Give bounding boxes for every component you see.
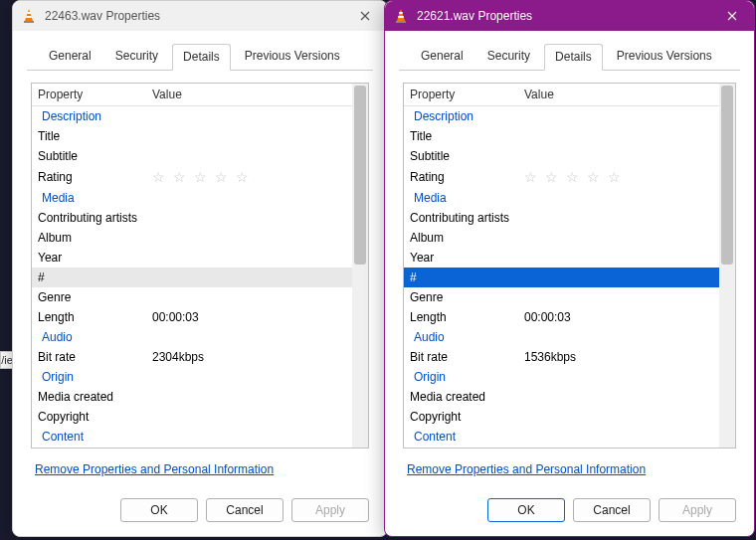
rating-stars-icon: ☆ ☆ ☆ ☆ ☆ — [518, 168, 719, 186]
prop-track-number[interactable]: # — [32, 268, 352, 287]
close-button[interactable] — [710, 1, 754, 31]
prop-genre[interactable]: Genre — [32, 287, 352, 307]
ok-button[interactable]: OK — [120, 498, 198, 522]
prop-contributing-artists[interactable]: Contributing artists — [404, 208, 719, 228]
close-button[interactable] — [343, 1, 387, 31]
prop-parental-rating[interactable]: Parental rating — [404, 447, 719, 448]
prop-rating[interactable]: Rating☆ ☆ ☆ ☆ ☆ — [32, 166, 352, 188]
cancel-button[interactable]: Cancel — [206, 498, 284, 522]
svg-rect-5 — [396, 21, 406, 23]
prop-title[interactable]: Title — [32, 126, 352, 146]
svg-rect-3 — [26, 16, 31, 18]
prop-media-created[interactable]: Media created — [32, 387, 352, 407]
vlc-icon — [21, 8, 37, 24]
svg-marker-4 — [397, 9, 405, 21]
tab-strip: General Security Details Previous Versio… — [399, 31, 740, 71]
section-media: Media — [404, 188, 719, 208]
prop-subtitle[interactable]: Subtitle — [404, 146, 719, 166]
section-media: Media — [32, 188, 352, 208]
header-value[interactable]: Value — [146, 84, 352, 105]
properties-dialog-left: 22463.wav Properties General Security De… — [12, 0, 388, 537]
prop-length[interactable]: Length00:00:03 — [32, 307, 352, 327]
prop-length[interactable]: Length00:00:03 — [404, 307, 719, 327]
dialog-buttons: OK Cancel Apply — [385, 490, 754, 536]
section-content: Content — [404, 427, 719, 447]
svg-rect-7 — [398, 16, 403, 18]
section-origin: Origin — [32, 367, 352, 387]
titlebar[interactable]: 22463.wav Properties — [13, 1, 387, 31]
prop-contributing-artists[interactable]: Contributing artists — [32, 208, 352, 228]
grid-header: Property Value — [404, 84, 719, 106]
prop-parental-rating[interactable]: Parental rating — [32, 447, 352, 448]
window-title: 22621.wav Properties — [417, 9, 710, 23]
scrollbar[interactable] — [719, 84, 735, 448]
remove-properties-link[interactable]: Remove Properties and Personal Informati… — [407, 462, 646, 476]
prop-rating[interactable]: Rating☆ ☆ ☆ ☆ ☆ — [404, 166, 719, 188]
prop-bitrate[interactable]: Bit rate1536kbps — [404, 347, 719, 367]
prop-subtitle[interactable]: Subtitle — [32, 146, 352, 166]
tab-strip: General Security Details Previous Versio… — [27, 31, 373, 71]
svg-rect-1 — [24, 21, 34, 23]
prop-media-created[interactable]: Media created — [404, 387, 719, 407]
rating-stars-icon: ☆ ☆ ☆ ☆ ☆ — [146, 168, 352, 186]
window-title: 22463.wav Properties — [45, 9, 343, 23]
prop-copyright[interactable]: Copyright — [404, 407, 719, 427]
titlebar[interactable]: 22621.wav Properties — [385, 1, 754, 31]
section-description: Description — [404, 106, 719, 126]
prop-copyright[interactable]: Copyright — [32, 407, 352, 427]
tab-previous-versions[interactable]: Previous Versions — [235, 44, 350, 71]
section-audio: Audio — [404, 327, 719, 347]
svg-rect-2 — [27, 12, 30, 14]
header-value[interactable]: Value — [518, 84, 719, 105]
prop-genre[interactable]: Genre — [404, 287, 719, 307]
scrollbar[interactable] — [352, 84, 368, 448]
properties-dialog-right: 22621.wav Properties General Security De… — [384, 0, 755, 537]
tab-general[interactable]: General — [411, 44, 473, 71]
prop-title[interactable]: Title — [404, 126, 719, 146]
tab-security[interactable]: Security — [477, 44, 540, 71]
close-icon — [727, 11, 737, 21]
prop-track-number[interactable]: # — [404, 268, 719, 287]
svg-marker-0 — [25, 9, 33, 21]
prop-bitrate[interactable]: Bit rate2304kbps — [32, 347, 352, 367]
section-origin: Origin — [404, 367, 719, 387]
ok-button[interactable]: OK — [487, 498, 565, 522]
cancel-button[interactable]: Cancel — [573, 498, 651, 522]
dialog-buttons: OK Cancel Apply — [13, 490, 387, 536]
tab-security[interactable]: Security — [105, 44, 168, 71]
properties-grid[interactable]: Property Value Description Title Subtitl… — [403, 83, 736, 449]
tab-general[interactable]: General — [39, 44, 101, 71]
prop-album[interactable]: Album — [32, 228, 352, 248]
section-audio: Audio — [32, 327, 352, 347]
properties-grid[interactable]: Property Value Description Title Subtitl… — [31, 83, 369, 449]
apply-button[interactable]: Apply — [659, 498, 736, 522]
prop-year[interactable]: Year — [404, 248, 719, 268]
section-content: Content — [32, 427, 352, 447]
grid-header: Property Value — [32, 84, 352, 106]
prop-year[interactable]: Year — [32, 248, 352, 268]
close-icon — [360, 11, 370, 21]
remove-properties-link[interactable]: Remove Properties and Personal Informati… — [35, 462, 274, 476]
header-property[interactable]: Property — [32, 84, 146, 105]
tab-details[interactable]: Details — [544, 44, 603, 71]
section-description: Description — [32, 106, 352, 126]
prop-album[interactable]: Album — [404, 228, 719, 248]
vlc-icon — [393, 8, 409, 24]
svg-rect-6 — [399, 12, 402, 14]
header-property[interactable]: Property — [404, 84, 518, 105]
scrollbar-thumb[interactable] — [354, 86, 366, 265]
apply-button[interactable]: Apply — [291, 498, 369, 522]
tab-previous-versions[interactable]: Previous Versions — [607, 44, 722, 71]
scrollbar-thumb[interactable] — [721, 86, 733, 265]
tab-details[interactable]: Details — [172, 44, 231, 71]
